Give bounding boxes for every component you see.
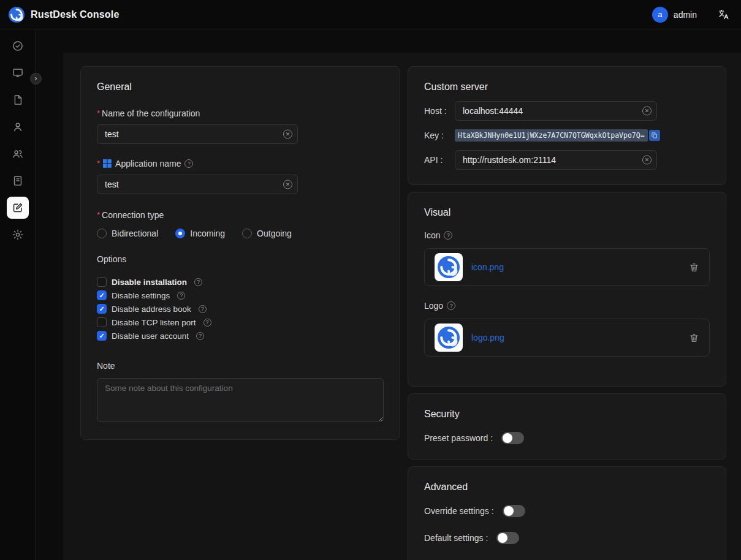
copy-icon[interactable] xyxy=(649,130,660,141)
icon-file-link[interactable]: icon.png xyxy=(471,262,504,272)
gear-icon xyxy=(12,229,24,241)
user-menu[interactable]: a admin xyxy=(652,7,697,23)
application-name-input[interactable] xyxy=(97,175,298,194)
visual-card: Visual Icon ? icon.png xyxy=(408,192,726,387)
translate-icon[interactable] xyxy=(718,9,730,21)
preset-password-label: Preset password : xyxy=(424,433,493,443)
checkbox[interactable] xyxy=(97,304,107,314)
document-icon xyxy=(12,94,24,106)
help-icon[interactable]: ? xyxy=(447,301,455,310)
logo-label: Logo ? xyxy=(424,301,710,311)
logo-file-box: logo.png xyxy=(424,319,710,357)
edit-square-icon xyxy=(12,202,24,214)
custom-server-card: Custom server Host : ✕ Key : HtaXBkJNHyn… xyxy=(408,66,726,185)
help-icon[interactable]: ? xyxy=(444,231,452,240)
user-icon xyxy=(12,121,24,133)
radio-icon[interactable] xyxy=(242,229,252,238)
app-title: RustDesk Console xyxy=(31,9,120,20)
name-field-label: * Name of the configuration xyxy=(97,108,384,118)
sidebar-item-configurations[interactable] xyxy=(7,197,29,219)
connection-type-group: Bidirectional Incoming Outgoing xyxy=(97,229,384,238)
sidebar-expand-button[interactable]: › xyxy=(30,73,42,85)
topbar: RustDesk Console a admin xyxy=(0,0,741,29)
options-label: Options xyxy=(97,254,384,264)
note-textarea[interactable] xyxy=(97,378,384,422)
help-icon[interactable]: ? xyxy=(196,332,204,340)
monitor-icon xyxy=(12,67,24,79)
required-asterisk: * xyxy=(97,210,100,219)
sidebar xyxy=(0,29,36,560)
main-content: General * Name of the configuration ✕ * xyxy=(36,29,741,560)
sidebar-item-overview[interactable] xyxy=(7,35,29,57)
trash-icon[interactable] xyxy=(689,333,699,343)
help-icon[interactable]: ? xyxy=(194,278,202,286)
connection-type-label: * Connection type xyxy=(97,210,384,220)
toggle-knob xyxy=(504,506,514,516)
help-icon[interactable]: ? xyxy=(203,319,211,327)
default-settings-row: Default settings : xyxy=(424,532,710,544)
circle-check-icon xyxy=(12,40,24,52)
brand: RustDesk Console xyxy=(9,7,120,23)
preset-password-row: Preset password : xyxy=(424,432,710,444)
radio-icon[interactable] xyxy=(175,229,185,238)
sidebar-item-users[interactable] xyxy=(7,116,29,138)
avatar[interactable]: a xyxy=(652,7,668,23)
clear-icon[interactable]: ✕ xyxy=(283,130,292,139)
trash-icon[interactable] xyxy=(689,262,699,273)
help-icon[interactable]: ? xyxy=(177,292,185,300)
sidebar-item-devices[interactable] xyxy=(7,62,29,84)
help-icon[interactable]: ? xyxy=(184,159,193,168)
checkbox[interactable] xyxy=(97,317,107,327)
checkbox[interactable] xyxy=(97,290,107,300)
toggle-knob xyxy=(498,533,507,543)
custom-server-title: Custom server xyxy=(424,81,710,93)
checkbox[interactable] xyxy=(97,331,107,341)
required-asterisk: * xyxy=(97,108,100,118)
visual-title: Visual xyxy=(424,207,710,218)
app-name-field-label: * Application name ? xyxy=(97,159,384,168)
radio-outgoing[interactable]: Outgoing xyxy=(242,229,292,238)
security-title: Security xyxy=(424,409,710,420)
advanced-card: Advanced Override settings : Default set… xyxy=(408,466,726,560)
sidebar-item-groups[interactable] xyxy=(7,143,29,165)
option-disable-installation: Disable installation ? xyxy=(97,275,384,289)
icon-file-box: icon.png xyxy=(424,248,710,286)
icon-label: Icon ? xyxy=(424,230,710,240)
config-name-input[interactable] xyxy=(97,124,298,144)
logo-file-link[interactable]: logo.png xyxy=(471,333,504,342)
api-input[interactable] xyxy=(455,150,657,170)
required-asterisk: * xyxy=(97,159,100,168)
default-settings-toggle[interactable] xyxy=(496,532,519,544)
advanced-title: Advanced xyxy=(424,482,710,493)
option-disable-address-book: Disable address book ? xyxy=(97,302,384,316)
clear-icon[interactable]: ✕ xyxy=(642,156,652,165)
radio-bidirectional[interactable]: Bidirectional xyxy=(97,229,158,238)
toggle-knob xyxy=(503,433,512,443)
user-name: admin xyxy=(674,10,697,20)
sidebar-item-documents[interactable] xyxy=(7,89,29,111)
host-input[interactable] xyxy=(455,101,657,121)
override-settings-toggle[interactable] xyxy=(503,505,525,517)
help-icon[interactable]: ? xyxy=(199,305,207,313)
sidebar-item-settings[interactable] xyxy=(7,224,29,246)
clear-icon[interactable]: ✕ xyxy=(642,107,652,116)
server-key-value: HtaXBkJNHyn0e1U1jWXze7A7CN7QTGWqxkOtpaVp… xyxy=(455,129,648,142)
clear-icon[interactable]: ✕ xyxy=(283,180,292,189)
radio-icon[interactable] xyxy=(97,229,107,238)
security-card: Security Preset password : xyxy=(408,393,726,460)
host-label: Host : xyxy=(424,106,455,116)
users-group-icon xyxy=(12,148,24,160)
general-card: General * Name of the configuration ✕ * xyxy=(80,66,400,440)
option-disable-tcp-listen-port: Disable TCP listen port ? xyxy=(97,316,384,329)
logo-preview xyxy=(435,324,463,352)
general-title: General xyxy=(97,81,384,93)
default-settings-label: Default settings : xyxy=(424,533,488,543)
icon-preview xyxy=(435,253,463,281)
preset-password-toggle[interactable] xyxy=(501,432,524,444)
override-settings-row: Override settings : xyxy=(424,505,710,517)
api-label: API : xyxy=(424,155,455,165)
key-label: Key : xyxy=(424,131,455,140)
radio-incoming[interactable]: Incoming xyxy=(175,229,225,238)
sidebar-item-logs[interactable] xyxy=(7,170,29,192)
checkbox[interactable] xyxy=(97,277,107,287)
